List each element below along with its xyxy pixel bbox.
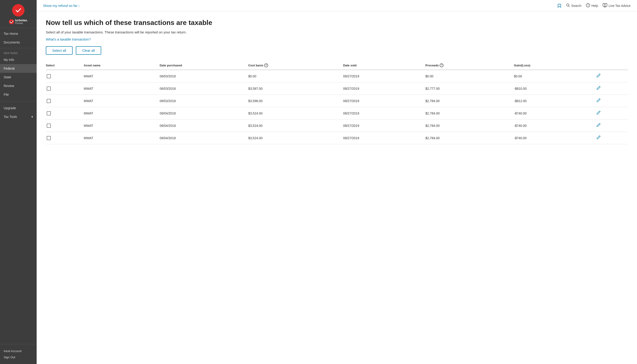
cell-gain-loss-2: -$812.00 [514, 95, 596, 107]
table-row: MWAT 06/03/2018 $3,587.00 08/27/2019 $2,… [46, 82, 628, 95]
edit-icon-5[interactable] [596, 136, 601, 140]
cell-gain-loss-3: -$740.00 [514, 107, 596, 120]
sidebar-item-tax-tools[interactable]: Tax Tools ▾ [0, 112, 37, 121]
table-row: MWAT 06/03/2018 $3,596.00 08/27/2019 $2,… [46, 95, 628, 107]
sidebar-item-upgrade[interactable]: Upgrade [0, 104, 37, 112]
th-proceeds-label: Proceeds [426, 64, 439, 67]
cell-asset-3: MWAT [84, 107, 160, 120]
cell-edit-1 [596, 82, 628, 95]
cell-proceeds-1: $2,777.00 [426, 82, 514, 95]
sidebar-sign-out[interactable]: Sign Out [4, 354, 33, 360]
sidebar-item-my-info[interactable]: My Info [0, 56, 37, 64]
sidebar-item-file[interactable]: File [0, 90, 37, 99]
cell-proceeds-5: $2,784.00 [426, 132, 514, 144]
sidebar-item-review[interactable]: Review [0, 82, 37, 90]
cell-cost-basis-2: $3,596.00 [248, 95, 343, 107]
refund-link[interactable]: Show my refund so far › [43, 4, 80, 8]
cell-edit-0 [596, 70, 628, 82]
cell-proceeds-4: $2,784.00 [426, 120, 514, 132]
table-header-row: Select Asset name Date purchased Cost ba… [46, 61, 628, 70]
row-checkbox-0[interactable] [47, 74, 51, 78]
sidebar-intuit-account[interactable]: Intuit Account [4, 348, 33, 354]
cell-date-sold-1: 08/27/2019 [343, 82, 426, 95]
brand-name: turbotax. [15, 19, 28, 22]
sidebar-section-label: 2019 TAXES [0, 50, 37, 56]
cell-edit-3 [596, 107, 628, 120]
cell-gain-loss-5: -$740.00 [514, 132, 596, 144]
topbar-right: Search ? Help [557, 3, 630, 8]
svg-point-5 [604, 4, 606, 6]
th-date-sold: Date sold [343, 61, 426, 70]
clear-all-button[interactable]: Clear all [76, 46, 101, 55]
live-tax-icon [603, 3, 607, 8]
sidebar-item-documents[interactable]: Documents [0, 38, 37, 47]
turbotax-brand: turbotax. Premier [9, 19, 28, 24]
cell-select-0 [46, 70, 84, 82]
topbar-left: Show my refund so far › [43, 4, 80, 8]
cell-asset-1: MWAT [84, 82, 160, 95]
cell-date-purchased-3: 06/04/2018 [160, 107, 248, 120]
brand-tier: Premier [15, 22, 28, 24]
taxable-transaction-link[interactable]: What's a taxable transaction? [46, 37, 91, 41]
th-select: Select [46, 61, 84, 70]
row-checkbox-5[interactable] [47, 136, 51, 140]
cell-cost-basis-1: $3,587.00 [248, 82, 343, 95]
sidebar-item-tax-home[interactable]: Tax Home [0, 29, 37, 38]
cost-basis-help-icon[interactable]: ? [264, 64, 268, 67]
main-content: Show my refund so far › Search [37, 0, 637, 364]
search-label: Search [571, 4, 581, 8]
help-icon: ? [586, 3, 590, 8]
checkmark-circle [12, 4, 24, 16]
search-button[interactable]: Search [566, 4, 581, 8]
cell-edit-4 [596, 120, 628, 132]
proceeds-help-icon[interactable]: ? [440, 64, 444, 67]
table-row: MWAT 06/04/2018 $3,524.00 08/27/2019 $2,… [46, 107, 628, 120]
th-edit [596, 61, 628, 70]
page-title: Now tell us which of these transactions … [46, 19, 628, 26]
sidebar: turbotax. Premier Tax Home Documents 201… [0, 0, 37, 364]
cell-date-sold-2: 08/27/2019 [343, 95, 426, 107]
edit-icon-1[interactable] [596, 86, 601, 91]
cell-date-purchased-1: 06/03/2018 [160, 82, 248, 95]
topbar: Show my refund so far › Search [37, 0, 637, 12]
row-checkbox-4[interactable] [47, 124, 51, 128]
sidebar-item-federal[interactable]: Federal [0, 64, 37, 73]
btn-group: Select all Clear all [46, 46, 628, 55]
sidebar-item-state[interactable]: State [0, 73, 37, 82]
select-all-button[interactable]: Select all [46, 46, 72, 55]
search-icon [566, 4, 570, 8]
help-button[interactable]: ? Help [586, 3, 598, 8]
bookmark-button[interactable] [557, 4, 562, 8]
row-checkbox-1[interactable] [47, 86, 51, 91]
edit-icon-4[interactable] [596, 124, 601, 128]
row-checkbox-2[interactable] [47, 99, 51, 103]
cell-date-purchased-4: 06/04/2018 [160, 120, 248, 132]
cell-select-3 [46, 107, 84, 120]
cell-select-1 [46, 82, 84, 95]
th-cost-basis-label: Cost basis [248, 64, 263, 67]
cell-date-sold-4: 08/27/2019 [343, 120, 426, 132]
cell-select-5 [46, 132, 84, 144]
edit-icon-0[interactable] [596, 74, 601, 79]
cell-gain-loss-4: -$740.00 [514, 120, 596, 132]
th-proceeds: Proceeds ? [426, 61, 514, 70]
svg-text:?: ? [587, 4, 589, 7]
cell-date-purchased-2: 06/03/2018 [160, 95, 248, 107]
cell-date-purchased-5: 06/04/2018 [160, 132, 248, 144]
row-checkbox-3[interactable] [47, 111, 51, 116]
cell-edit-5 [596, 132, 628, 144]
chevron-down-icon: ▾ [31, 115, 33, 118]
svg-rect-4 [603, 4, 607, 6]
refund-link-text: Show my refund so far [43, 4, 78, 8]
edit-icon-3[interactable] [596, 111, 601, 116]
th-cost-basis: Cost basis ? [248, 61, 343, 70]
sidebar-nav: Tax Home Documents 2019 TAXES My Info Fe… [0, 28, 37, 344]
edit-icon-2[interactable] [596, 99, 601, 104]
live-tax-advice-button[interactable]: Live Tax Advice [603, 3, 630, 8]
cell-gain-loss-0: $0.00 [514, 70, 596, 82]
cell-cost-basis-0: $0.00 [248, 70, 343, 82]
cell-date-purchased-0: 06/03/2018 [160, 70, 248, 82]
table-row: MWAT 06/03/2018 $0.00 08/27/2019 $0.00 $… [46, 70, 628, 82]
cell-date-sold-5: 08/27/2019 [343, 132, 426, 144]
cell-gain-loss-1: -$810.00 [514, 82, 596, 95]
